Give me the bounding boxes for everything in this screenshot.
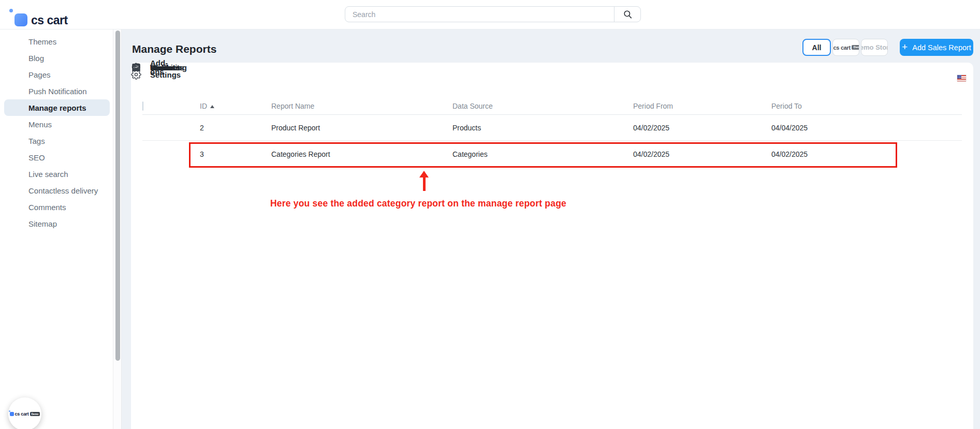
sidebar-item-comments[interactable]: Comments [0,199,121,215]
plus-icon: + [902,42,908,52]
sidebar-item-sitemap[interactable]: Sitemap [0,215,121,232]
report-data-source: Categories [452,150,488,158]
sidebar-item-tags[interactable]: Tags [0,132,121,149]
demo-badge: Demo [30,412,40,416]
storefront-tab-demo-store[interactable]: emo Stor [861,39,888,56]
logo-dot-icon [9,9,13,12]
add-sales-report-label: Add Sales Report [912,43,971,52]
sidebar-item-seo[interactable]: SEO [0,149,121,166]
reports-table: ID Report Name Data Source Period From P… [142,97,962,168]
sidebar-scrollbar-track [113,29,121,429]
sidebar-item-menus[interactable]: Menus [0,116,121,132]
annotation-text: Here you see the added category report o… [270,198,566,209]
report-data-source: Products [452,124,481,132]
report-id: 2 [200,124,204,132]
report-id: 3 [200,150,204,158]
sidebar-item-themes[interactable]: Themes [0,33,121,50]
global-search [345,6,641,22]
table-row-categories-report[interactable]: 3 Categories Report Categories 04/02/202… [142,141,962,168]
report-period-from: 04/02/2025 [633,124,669,132]
reports-card: ID Report Name Data Source Period From P… [131,63,973,429]
sidebar: Home Orders Products [0,29,122,429]
logo-square-icon [14,13,27,26]
search-icon [623,9,633,19]
column-header-data-source: Data Source [452,102,493,110]
column-header-period-from: Period From [633,102,673,110]
report-name[interactable]: Categories Report [271,150,330,158]
mini-logo-text: cs cart [15,411,29,417]
store-label: emo Stor [861,43,888,51]
add-sales-report-button[interactable]: + Add Sales Report [900,39,973,56]
table-header-row: ID Report Name Data Source Period From P… [142,97,962,115]
report-name[interactable]: Product Report [271,124,320,132]
sidebar-item-live-search[interactable]: Live search [0,166,121,182]
annotation-arrow-up-icon [418,171,431,191]
sort-asc-icon [210,105,214,108]
sidebar-nav: Home Orders Products [0,29,121,232]
sidebar-item-push-notification[interactable]: Push Notification [0,83,121,99]
store-logo-text: cs cart [833,45,850,51]
column-header-report-name: Report Name [271,102,314,110]
sidebar-item-blog[interactable]: Blog [0,50,121,66]
cscart-logo[interactable]: cs cart [9,0,87,29]
language-us-flag-icon[interactable] [957,75,966,81]
sidebar-item-pages[interactable]: Pages [0,66,121,83]
header-actions: All cs cart Demo emo Stor + Add Sales Re… [802,39,973,56]
demo-launcher-widget[interactable]: cs cart Demo [8,397,41,429]
search-input[interactable] [345,7,614,22]
table-row-product-report[interactable]: 2 Product Report Products 04/02/2025 04/… [142,115,962,141]
column-header-period-to: Period To [771,102,802,110]
mini-logo-square-icon [10,412,14,416]
settings-gear-icon [131,69,141,80]
sidebar-scrollbar-thumb[interactable] [115,31,120,361]
storefront-tab-cscart[interactable]: cs cart Demo [832,39,859,56]
topbar: cs cart ? DA [0,0,980,29]
report-period-from: 04/02/2025 [633,150,669,158]
main-content: Manage Reports All cs cart Demo emo Stor… [122,29,980,429]
storefront-tab-all[interactable]: All [802,39,831,56]
page-title: Manage Reports [132,43,216,55]
sidebar-item-contactless-delivery[interactable]: Contactless delivery [0,182,121,199]
logo-text: cs cart [31,13,68,27]
store-demo-badge: Demo [852,45,859,50]
search-button[interactable] [615,7,640,22]
report-period-to: 04/02/2025 [771,150,808,158]
sidebar-item-manage-reports[interactable]: Manage reports [4,99,110,116]
select-all-checkbox[interactable] [142,101,143,111]
report-period-to: 04/04/2025 [771,124,808,132]
column-header-id[interactable]: ID [200,102,214,110]
